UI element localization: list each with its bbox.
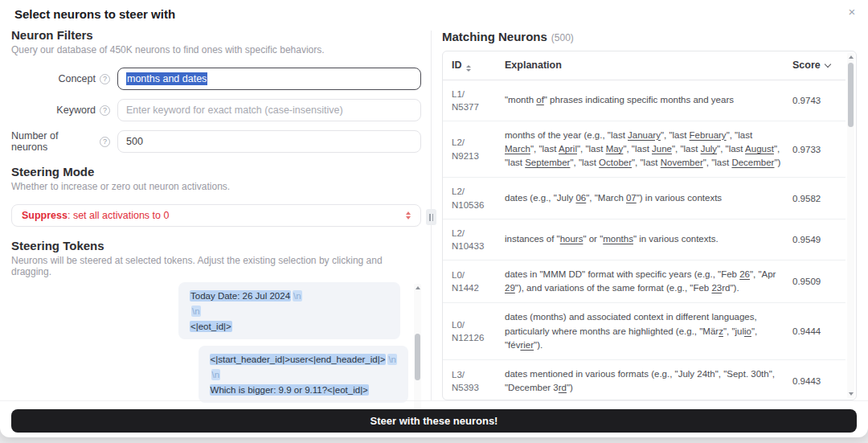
token-line: <|eot_id|> xyxy=(190,318,389,334)
panel-divider xyxy=(431,31,432,400)
num-neurons-label-text: Number of neurons xyxy=(11,130,96,153)
num-neurons-row: Number of neurons ? xyxy=(11,130,421,153)
neuron-table-header: ID Explanation Score xyxy=(443,51,845,80)
column-header-id[interactable]: ID xyxy=(452,59,498,72)
neuron-id: L2/N9213 xyxy=(452,136,498,162)
message-bubble-system: Today Date: 26 Jul 2024\n\n<|eot_id|> xyxy=(178,282,400,339)
neuron-score: 0.9509 xyxy=(792,277,845,286)
steering-mode-name: Suppress xyxy=(22,210,68,221)
table-row[interactable]: L2/N10536dates (e.g., "July 06", "March … xyxy=(443,178,845,219)
score-header-text: Score xyxy=(792,59,821,71)
column-header-explanation[interactable]: Explanation xyxy=(505,59,786,72)
matching-neurons-heading: Matching Neurons (500) xyxy=(442,30,857,43)
select-updown-icon xyxy=(406,211,411,219)
neuron-id: L3/N5393 xyxy=(452,368,498,394)
scrollbar-thumb[interactable] xyxy=(415,334,420,380)
concept-input[interactable]: months and dates xyxy=(117,68,421,90)
neuron-filters-panel: Neuron Filters Query our database of 450… xyxy=(11,28,421,425)
help-icon[interactable]: ? xyxy=(100,105,110,116)
matching-neurons-title: Matching Neurons xyxy=(442,30,547,43)
matching-neurons-count: (500) xyxy=(551,32,574,43)
table-row[interactable]: L0/N12126dates (months) and associated c… xyxy=(443,303,845,360)
token-line: Which is bigger: 9.9 or 9.11?<|eot_id|> xyxy=(210,382,397,397)
neuron-explanation: dates in "MMM DD" format with specific y… xyxy=(505,268,786,296)
token[interactable]: \n xyxy=(211,369,221,380)
steering-mode-value: Suppress: set all activations to 0 xyxy=(22,210,169,221)
keyword-label: Keyword ? xyxy=(11,105,117,116)
neuron-filters-heading: Neuron Filters xyxy=(11,28,421,42)
neuron-explanation: instances of "hours" or "months" in vari… xyxy=(505,232,786,246)
close-icon[interactable]: × xyxy=(845,5,859,19)
num-neurons-label: Number of neurons ? xyxy=(11,130,117,153)
token-area[interactable]: Today Date: 26 Jul 2024\n\n<|eot_id|><|s… xyxy=(11,282,421,425)
neuron-score: 0.9733 xyxy=(792,145,845,154)
neuron-id: L2/N10536 xyxy=(452,185,498,211)
neuron-id: L0/N12126 xyxy=(452,318,498,344)
neuron-score: 0.9444 xyxy=(792,326,845,336)
token[interactable]: \n xyxy=(387,354,397,365)
scroll-down-icon[interactable] xyxy=(847,390,854,398)
message-bubble-user: <|start_header_id|>user<|end_header_id|>… xyxy=(199,346,408,403)
concept-label-text: Concept xyxy=(58,73,96,84)
token-bubbles: Today Date: 26 Jul 2024\n\n<|eot_id|><|s… xyxy=(11,282,410,425)
token[interactable]: \n xyxy=(191,306,201,317)
neuron-explanation: dates mentioned in various formats (e.g.… xyxy=(505,367,786,396)
keyword-input[interactable] xyxy=(117,99,421,121)
num-neurons-input[interactable] xyxy=(117,130,421,153)
steering-mode-description: Whether to increase or zero out neuron a… xyxy=(11,181,421,192)
neuron-table: ID Explanation Score L1/N5377"month of" … xyxy=(442,51,857,400)
token-scrollbar[interactable] xyxy=(414,284,421,423)
neuron-explanation: months of the year (e.g., "last January"… xyxy=(505,129,786,170)
help-icon[interactable]: ? xyxy=(100,74,110,84)
keyword-row: Keyword ? xyxy=(11,99,421,121)
panel-resize-handle[interactable] xyxy=(426,209,436,225)
column-header-score[interactable]: Score xyxy=(792,59,845,72)
table-row[interactable]: L0/N1442dates in "MMM DD" format with sp… xyxy=(443,260,845,304)
concept-row: Concept ? months and dates xyxy=(11,68,421,90)
neuron-filters-description: Query our database of 450K neurons to fi… xyxy=(11,44,421,55)
token-line: \n xyxy=(190,303,389,318)
select-neurons-dialog: Select neurons to steer with × Neuron Fi… xyxy=(0,0,868,437)
scroll-up-icon[interactable] xyxy=(414,284,421,292)
steering-mode-select[interactable]: Suppress: set all activations to 0 xyxy=(11,204,421,227)
table-scrollbar[interactable] xyxy=(847,53,854,398)
neuron-score: 0.9743 xyxy=(792,96,845,105)
chevron-down-icon xyxy=(825,61,831,68)
neuron-score: 0.9549 xyxy=(792,235,845,244)
neuron-id: L1/N5377 xyxy=(452,88,498,113)
id-header-text: ID xyxy=(452,59,462,71)
neuron-explanation: dates (e.g., "July 06", "March 07") in v… xyxy=(505,191,786,205)
scroll-up-icon[interactable] xyxy=(847,53,854,61)
token[interactable]: \n xyxy=(293,290,302,301)
table-row[interactable]: L3/N5393dates mentioned in various forma… xyxy=(443,360,845,400)
concept-selected-text: months and dates xyxy=(126,72,207,85)
table-row[interactable]: L2/N9213months of the year (e.g., "last … xyxy=(443,121,845,178)
steering-mode-heading: Steering Mode xyxy=(11,165,421,178)
neuron-score: 0.9582 xyxy=(792,194,845,203)
steer-button[interactable]: Steer with these neurons! xyxy=(11,409,857,433)
footer-divider xyxy=(0,400,868,401)
neuron-id: L2/N10433 xyxy=(452,227,498,252)
matching-neurons-panel: Matching Neurons (500) ID Explanation Sc… xyxy=(442,30,857,400)
neuron-id: L0/N1442 xyxy=(452,269,498,294)
token-line: <|start_header_id|>user<|end_header_id|>… xyxy=(210,351,397,367)
table-row[interactable]: L2/N10433instances of "hours" or "months… xyxy=(443,219,845,260)
scrollbar-thumb[interactable] xyxy=(848,63,854,127)
concept-label: Concept ? xyxy=(11,73,117,84)
neuron-score: 0.9443 xyxy=(792,376,845,386)
steering-tokens-description: Neurons will be steered at selected toke… xyxy=(11,255,421,277)
token-line: Today Date: 26 Jul 2024\n xyxy=(190,288,389,303)
page-title: Select neurons to steer with xyxy=(14,7,175,21)
token[interactable]: <|eot_id|> xyxy=(190,321,232,332)
token[interactable]: <|start_header_id|>user<|end_header_id|> xyxy=(210,354,387,365)
neuron-explanation: "month of" phrases indicating specific m… xyxy=(505,93,786,107)
steering-mode-detail: : set all activations to 0 xyxy=(68,210,169,221)
help-icon[interactable]: ? xyxy=(100,137,110,147)
token[interactable]: Which is bigger: 9.9 or 9.11?<|eot_id|> xyxy=(210,384,369,396)
keyword-label-text: Keyword xyxy=(56,105,96,116)
table-row[interactable]: L1/N5377"month of" phrases indicating sp… xyxy=(443,80,845,121)
steering-tokens-heading: Steering Tokens xyxy=(11,239,421,252)
sort-updown-icon xyxy=(466,65,471,72)
token[interactable]: Today Date: 26 Jul 2024 xyxy=(190,290,291,301)
neuron-table-body: L1/N5377"month of" phrases indicating sp… xyxy=(443,80,845,401)
